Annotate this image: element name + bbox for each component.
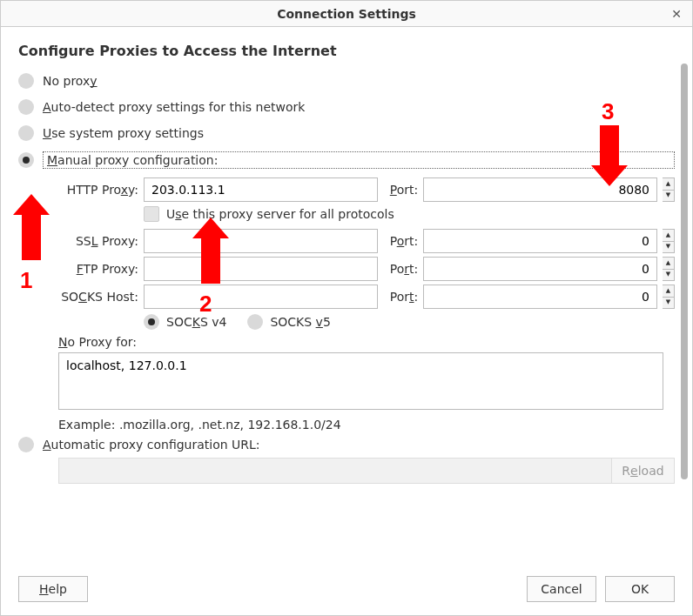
ftp-proxy-row: FTP Proxy: Port: ▲ ▼	[58, 257, 675, 281]
ftp-port-input[interactable]	[423, 257, 657, 281]
socks-version-group: SOCKS v4 SOCKS v5	[144, 314, 675, 330]
radio-socks-v5[interactable]: SOCKS v5	[247, 314, 330, 330]
use-for-all-checkbox[interactable]: Use this proxy server for all protocols	[144, 206, 675, 222]
ok-button[interactable]: OK	[605, 576, 675, 602]
socks-port-spinner[interactable]: ▲ ▼	[663, 285, 675, 309]
ssl-proxy-input[interactable]	[144, 229, 378, 253]
radio-system-proxy-label: Use system proxy settings	[43, 126, 204, 140]
no-proxy-for-input[interactable]	[58, 352, 663, 410]
annotation-arrow-1	[22, 194, 41, 260]
socks-host-label: SOCKS Host:	[58, 290, 138, 304]
spinner-up-icon[interactable]: ▲	[663, 178, 674, 191]
vertical-scrollbar[interactable]	[681, 64, 688, 479]
no-proxy-for-section: No Proxy for:	[58, 335, 675, 412]
ssl-port-spinner[interactable]: ▲ ▼	[663, 229, 675, 253]
radio-auto-url-label: Automatic proxy configuration URL:	[43, 438, 260, 452]
radio-auto-detect-label: Auto-detect proxy settings for this netw…	[43, 100, 305, 114]
ssl-port-label: Port:	[390, 234, 419, 248]
scrollbar-thumb[interactable]	[681, 64, 688, 479]
ssl-port-input[interactable]	[423, 229, 657, 253]
no-proxy-for-label: No Proxy for:	[58, 335, 675, 349]
window-title: Connection Settings	[277, 7, 416, 21]
socks-host-row: SOCKS Host: Port: ▲ ▼	[58, 285, 675, 309]
spinner-down-icon[interactable]: ▼	[663, 270, 674, 281]
dialog-footer: Help Cancel OK	[1, 563, 692, 615]
auto-url-row: Reload	[58, 458, 675, 484]
spinner-down-icon[interactable]: ▼	[663, 298, 674, 309]
http-port-input[interactable]	[423, 177, 657, 202]
radio-socks-v5-label: SOCKS v5	[270, 315, 330, 329]
dialog-body: Configure Proxies to Access the Internet…	[1, 27, 692, 563]
radio-auto-detect[interactable]: Auto-detect proxy settings for this netw…	[18, 94, 675, 120]
radio-button-icon	[18, 125, 34, 141]
radio-auto-url[interactable]: Automatic proxy configuration URL:	[18, 432, 675, 456]
close-icon[interactable]: ✕	[668, 1, 685, 27]
ftp-port-spinner[interactable]: ▲ ▼	[663, 257, 675, 281]
radio-no-proxy-label: No proxy	[43, 74, 98, 88]
http-proxy-row: HTTP Proxy: Port: ▲ ▼	[58, 177, 675, 202]
ssl-proxy-label: SSL Proxy:	[58, 234, 138, 248]
radio-button-icon	[18, 99, 34, 115]
spinner-down-icon[interactable]: ▼	[663, 191, 674, 202]
spinner-up-icon[interactable]: ▲	[663, 230, 674, 242]
titlebar: Connection Settings ✕	[1, 1, 692, 27]
http-port-spinner[interactable]: ▲ ▼	[663, 177, 675, 202]
reload-button: Reload	[612, 458, 675, 484]
manual-proxy-fields: HTTP Proxy: Port: ▲ ▼ Use this proxy ser…	[58, 177, 675, 330]
radio-no-proxy[interactable]: No proxy	[18, 68, 675, 94]
radio-system-proxy[interactable]: Use system proxy settings	[18, 120, 675, 146]
radio-socks-v4[interactable]: SOCKS v4	[144, 314, 226, 330]
radio-button-icon	[247, 314, 263, 330]
annotation-number-1: 1	[20, 267, 32, 294]
socks-host-input[interactable]	[144, 285, 378, 309]
http-port-label: Port:	[390, 183, 418, 197]
radio-button-icon	[18, 152, 34, 168]
no-proxy-example: Example: .mozilla.org, .net.nz, 192.168.…	[58, 418, 675, 432]
ssl-proxy-row: SSL Proxy: Port: ▲ ▼	[58, 229, 675, 253]
spinner-up-icon[interactable]: ▲	[663, 285, 674, 298]
ftp-port-label: Port:	[390, 262, 419, 276]
help-button[interactable]: Help	[18, 576, 88, 602]
radio-button-icon	[18, 437, 34, 452]
use-for-all-label: Use this proxy server for all protocols	[166, 207, 394, 221]
socks-port-input[interactable]	[423, 285, 657, 309]
radio-manual-proxy-label: Manual proxy configuration:	[43, 151, 675, 169]
radio-button-icon	[18, 73, 34, 89]
auto-url-input	[58, 458, 612, 484]
radio-button-icon	[144, 314, 159, 330]
cancel-button[interactable]: Cancel	[527, 576, 596, 602]
ftp-proxy-label: FTP Proxy:	[58, 262, 138, 276]
http-proxy-label: HTTP Proxy:	[58, 183, 138, 197]
checkbox-icon	[144, 206, 159, 222]
ftp-proxy-input[interactable]	[144, 257, 378, 281]
socks-port-label: Port:	[390, 290, 418, 304]
spinner-down-icon[interactable]: ▼	[663, 242, 674, 253]
spinner-up-icon[interactable]: ▲	[663, 258, 674, 270]
http-proxy-input[interactable]	[144, 177, 378, 202]
radio-socks-v4-label: SOCKS v4	[166, 315, 226, 329]
section-heading: Configure Proxies to Access the Internet	[18, 43, 675, 59]
radio-manual-proxy[interactable]: Manual proxy configuration:	[18, 146, 675, 174]
